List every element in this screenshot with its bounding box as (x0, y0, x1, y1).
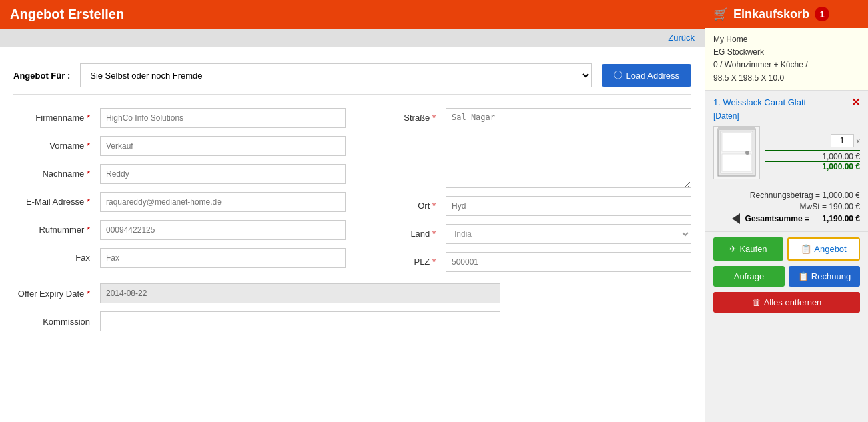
nachname-input[interactable] (100, 164, 346, 184)
nav-bar: Zurück (0, 29, 705, 47)
kommission-label: Kommission (13, 317, 100, 327)
secondary-actions-row: Anfrage 📋 Rechnung (713, 266, 860, 287)
fax-input[interactable] (100, 248, 346, 268)
offer-expiry-row: Offer Expiry Date * (13, 283, 691, 303)
unit-price: 1,000.00 € (765, 150, 860, 161)
mwst-row: MwSt = 190.00 € (713, 202, 860, 211)
sidebar-nav-wohnzimmer: 0 / Wohnzimmer + Küche / (713, 59, 860, 71)
form-grid: Firmenname * Vorname * (13, 108, 691, 280)
info-icon: ⓘ (614, 69, 622, 81)
form-section: Angebot Für : Sie Selbst oder noch Fremd… (0, 47, 705, 422)
sidebar-totals: Rechnungsbetrag = 1,000.00 € MwSt = 190.… (705, 185, 868, 232)
cart-badge: 1 (815, 7, 829, 21)
page-header: Angebot Erstellen (0, 0, 705, 29)
rufnummer-input[interactable] (100, 220, 346, 240)
sidebar-actions: ✈ Kaufen 📋 Angebot Anfrage 📋 Rechnung � (705, 232, 868, 318)
product-title-row: 1. Weisslack Carat Glatt ✕ (713, 96, 860, 109)
total-price: 1,000.00 € (765, 161, 860, 171)
required-star: * (87, 289, 90, 299)
gesamtsumme-row: Gesamtsumme = 1,190.00 € (713, 213, 860, 224)
angebot-button[interactable]: 📋 Angebot (787, 237, 860, 261)
anfrage-button[interactable]: Anfrage (713, 266, 785, 287)
email-label: E-Mail Adresse * (13, 192, 100, 207)
kommission-row: Kommission (13, 311, 691, 331)
email-row: E-Mail Adresse * (13, 192, 346, 212)
plane-icon: ✈ (729, 244, 737, 254)
qty-remove-button[interactable]: x (857, 137, 861, 145)
firmenname-input[interactable] (100, 108, 346, 128)
rechnungsbetrag-row: Rechnungsbetrag = 1,000.00 € (713, 191, 860, 200)
document-icon: 📋 (801, 244, 811, 254)
door-svg (717, 127, 757, 177)
form-left: Firmenname * Vorname * (13, 108, 346, 280)
vorname-label: Vorname * (13, 136, 100, 151)
document-icon-2: 📋 (798, 271, 809, 281)
form-right: Straße * Ort * Lan (359, 108, 691, 280)
required-star: * (432, 229, 436, 239)
required-star: * (87, 141, 90, 151)
ort-input[interactable] (446, 196, 691, 216)
cart-icon: 🛒 (713, 7, 728, 21)
svg-rect-2 (722, 133, 751, 151)
ort-label: Ort * (359, 196, 446, 211)
fax-label: Fax (13, 248, 100, 263)
product-qty-row: x (765, 134, 860, 147)
kommission-input[interactable] (100, 311, 500, 331)
rechnung-button[interactable]: 📋 Rechnung (789, 266, 860, 287)
plz-input[interactable] (446, 252, 691, 272)
svg-point-4 (745, 151, 749, 155)
offer-expiry-label: Offer Expiry Date * (13, 289, 100, 299)
land-label: Land * (359, 224, 446, 239)
nachname-row: Nachname * (13, 164, 346, 184)
offer-expiry-input[interactable] (100, 283, 500, 303)
trash-icon: 🗑 (752, 297, 761, 307)
sidebar-nav-dimensions: 98.5 X 198.5 X 10.0 (713, 72, 860, 85)
land-row: Land * India (359, 224, 691, 244)
product-title-link[interactable]: 1. Weisslack Carat Glatt (713, 97, 806, 107)
angebot-fur-label: Angebot Für : (13, 71, 70, 81)
svg-rect-5 (718, 127, 755, 130)
sidebar-nav: My Home EG Stockwerk 0 / Wohnzimmer + Kü… (705, 28, 868, 91)
nachname-label: Nachname * (13, 164, 100, 179)
rufnummer-label: Rufnummer * (13, 220, 100, 235)
angebot-fur-select[interactable]: Sie Selbst oder noch Fremde (80, 63, 592, 87)
svg-rect-3 (722, 154, 751, 171)
firmenname-row: Firmenname * (13, 108, 346, 128)
page-title: Angebot Erstellen (10, 7, 124, 22)
fax-row: Fax (13, 248, 346, 268)
product-row: x 1,000.00 € 1,000.00 € (713, 126, 860, 179)
back-link[interactable]: Zurück (668, 33, 695, 43)
sidebar-nav-stockwerk: EG Stockwerk (713, 46, 860, 59)
product-remove-button[interactable]: ✕ (851, 96, 860, 109)
required-star: * (87, 169, 90, 179)
sidebar: 🛒 Einkaufskorb 1 My Home EG Stockwerk 0 … (705, 0, 868, 422)
vorname-input[interactable] (100, 136, 346, 156)
sidebar-product: 1. Weisslack Carat Glatt ✕ [Daten] (705, 91, 868, 185)
required-star: * (432, 201, 436, 211)
land-select[interactable]: India (446, 224, 691, 244)
strasse-row: Straße * (359, 108, 691, 188)
required-star: * (87, 225, 90, 235)
plz-label: PLZ * (359, 252, 446, 267)
angebot-fur-row: Angebot Für : Sie Selbst oder noch Fremd… (13, 57, 691, 95)
strasse-textarea[interactable] (446, 108, 691, 188)
product-daten-link: [Daten] (713, 111, 860, 121)
plz-row: PLZ * (359, 252, 691, 272)
required-star: * (432, 257, 436, 267)
product-image (713, 126, 760, 179)
email-input[interactable] (100, 192, 346, 212)
ort-row: Ort * (359, 196, 691, 216)
vorname-row: Vorname * (13, 136, 346, 156)
required-star: * (432, 113, 436, 123)
kaufen-button[interactable]: ✈ Kaufen (713, 237, 783, 261)
load-address-button[interactable]: ⓘ Load Address (602, 64, 691, 87)
product-details: x 1,000.00 € 1,000.00 € (765, 134, 860, 171)
alles-entfernen-button[interactable]: 🗑 Alles entfernen (713, 292, 860, 313)
sidebar-nav-myhome: My Home (713, 33, 860, 46)
quantity-input[interactable] (831, 134, 854, 147)
primary-actions-row: ✈ Kaufen 📋 Angebot (713, 237, 860, 261)
firmenname-label: Firmenname * (13, 108, 100, 123)
required-star: * (87, 197, 90, 207)
sidebar-header: 🛒 Einkaufskorb 1 (705, 0, 868, 28)
required-star: * (87, 113, 90, 123)
